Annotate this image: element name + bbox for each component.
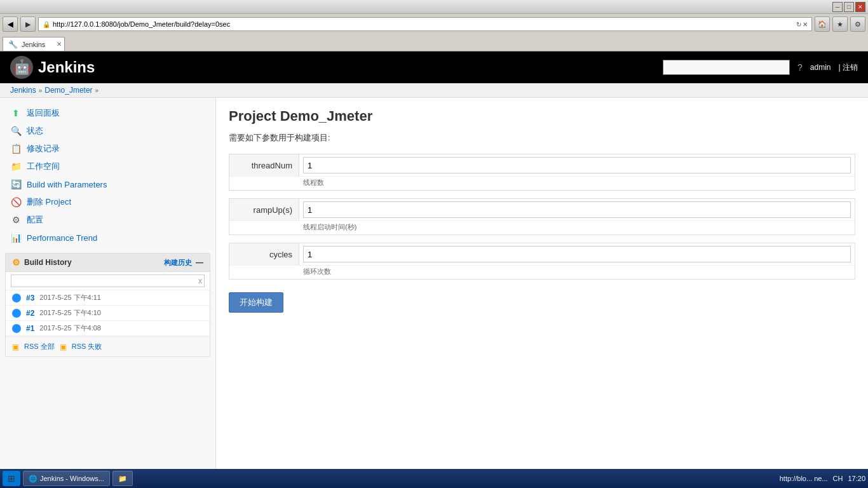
address-icon: 🔒	[43, 21, 50, 28]
taskbar: ⊞ 🌐Jenkins - Windows...📁 http://blo... n…	[0, 469, 868, 484]
param-input-wrap-cycles	[299, 243, 855, 265]
build-history-links: 构建历史 —	[164, 258, 203, 268]
configure-icon: ⚙	[10, 214, 22, 226]
performance-trend-icon: 📊	[10, 232, 22, 243]
back-to-dashboard-icon: ⬆	[10, 107, 22, 119]
back-button[interactable]: ◀	[3, 17, 18, 32]
changes-icon: 📋	[10, 143, 22, 154]
sidebar-item-workspace[interactable]: 📁 工作空间	[0, 158, 215, 175]
minimize-button[interactable]: ─	[832, 2, 843, 12]
status-icon: 🔍	[10, 125, 22, 137]
param-label-rampUpS: rampUp(s)	[229, 199, 299, 220]
build-link-build-3[interactable]: #3	[26, 294, 34, 302]
jenkins-logo-text: Jenkins	[38, 58, 95, 76]
taskbar-jenkins-label: Jenkins - Windows...	[40, 475, 104, 482]
header-user-label: admin	[810, 63, 831, 72]
favorites-button[interactable]: ★	[832, 17, 848, 32]
taskbar-folder[interactable]: 📁	[112, 471, 133, 484]
build-history-icon: ⚙	[12, 257, 20, 268]
build-filter-input[interactable]	[11, 274, 205, 287]
browser-chrome: ─ □ ✕ ◀ ▶ 🔒 http://127.0.0.1:8080/job/De…	[0, 0, 868, 51]
taskbar-jenkins-icon: 🌐	[29, 475, 37, 483]
tab-title: Jenkins	[22, 41, 45, 48]
jenkins-logo: 🤖 Jenkins	[10, 56, 95, 79]
changes-label: 修改记录	[27, 143, 60, 154]
breadcrumb-sep2: »	[95, 87, 99, 94]
breadcrumb: Jenkins » Demo_Jmeter »	[0, 83, 868, 98]
build-history-dash: —	[196, 258, 203, 267]
build-with-params-icon: 🔄	[10, 179, 22, 190]
main-layout: ⬆ 返回面板 🔍 状态 📋 修改记录 📁 工作空间 🔄 Build with P…	[0, 98, 868, 469]
param-hint-cycles: 循环次数	[229, 265, 855, 279]
refresh-button[interactable]: ↻	[796, 21, 801, 28]
browser-tab[interactable]: 🔧 Jenkins ✕	[3, 37, 65, 51]
param-hint-rampUpS: 线程启动时间(秒)	[229, 220, 855, 234]
param-input-cycles[interactable]	[303, 246, 851, 262]
taskbar-lang: CH	[833, 475, 843, 482]
build-item-build-1: #1 2017-5-25 下午4:08	[6, 321, 210, 336]
sidebar-nav: ⬆ 返回面板 🔍 状态 📋 修改记录 📁 工作空间 🔄 Build with P…	[0, 104, 215, 247]
breadcrumb-project[interactable]: Demo_Jmeter	[44, 86, 92, 95]
build-items-list: #3 2017-5-25 下午4:11 #2 2017-5-25 下午4:10 …	[6, 290, 210, 336]
header-help-icon[interactable]: ?	[797, 62, 803, 72]
sidebar-item-delete-project[interactable]: 🚫 删除 Project	[0, 193, 215, 211]
rss-all-link[interactable]: RSS 全部	[24, 342, 55, 351]
close-button[interactable]: ✕	[855, 2, 865, 12]
back-to-dashboard-label: 返回面板	[27, 107, 60, 119]
home-button[interactable]: 🏠	[815, 17, 830, 32]
build-status-icon	[12, 309, 21, 318]
build-status-icon	[12, 294, 21, 302]
start-build-button[interactable]: 开始构建	[229, 292, 283, 313]
filter-wrap: x	[11, 274, 205, 287]
forward-button[interactable]: ▶	[20, 17, 36, 32]
title-bar: ─ □ ✕	[0, 0, 868, 14]
delete-project-icon: 🚫	[10, 196, 22, 208]
build-time-build-1: 2017-5-25 下午4:08	[39, 323, 101, 333]
param-input-threadNum[interactable]	[303, 157, 851, 173]
header-search-input[interactable]	[663, 60, 790, 75]
param-label-threadNum: threadNum	[229, 154, 299, 176]
param-input-wrap-threadNum	[299, 154, 855, 176]
params-form: threadNum 线程数 rampUp(s) 线程启动时间(秒) cycles	[229, 154, 855, 280]
sidebar-item-changes[interactable]: 📋 修改记录	[0, 140, 215, 158]
status-label: 状态	[27, 125, 43, 137]
rss-fail-link[interactable]: RSS 失败	[72, 342, 102, 351]
build-with-params-label: Build with Parameters	[27, 180, 107, 189]
jenkins-header-right: ? admin | 注销	[663, 60, 858, 75]
sidebar-item-back-to-dashboard[interactable]: ⬆ 返回面板	[0, 104, 215, 122]
param-input-wrap-rampUpS	[299, 199, 855, 220]
build-status-icon	[12, 324, 21, 333]
build-time-build-3: 2017-5-25 下午4:11	[39, 293, 101, 302]
performance-trend-label: Performance Trend	[27, 233, 97, 243]
construct-history-link[interactable]: 构建历史	[164, 258, 192, 268]
taskbar-start-button[interactable]: ⊞	[3, 471, 20, 484]
build-history-title: Build History	[24, 258, 72, 267]
sidebar: ⬆ 返回面板 🔍 状态 📋 修改记录 📁 工作空间 🔄 Build with P…	[0, 98, 216, 469]
breadcrumb-jenkins[interactable]: Jenkins	[10, 86, 36, 95]
sidebar-item-status[interactable]: 🔍 状态	[0, 122, 215, 140]
param-label-cycles: cycles	[229, 243, 299, 265]
rss-bar: ▣ RSS 全部 ▣ RSS 失败	[6, 336, 210, 356]
form-description: 需要如下参数用于构建项目:	[229, 132, 855, 144]
param-input-rampUpS[interactable]	[303, 201, 851, 218]
tools-button[interactable]: ⚙	[850, 17, 865, 32]
sidebar-item-performance-trend[interactable]: 📊 Performance Trend	[0, 229, 215, 247]
sidebar-item-configure[interactable]: ⚙ 配置	[0, 211, 215, 229]
header-logout-button[interactable]: | 注销	[839, 62, 858, 73]
taskbar-jenkins[interactable]: 🌐Jenkins - Windows...	[23, 471, 110, 484]
filter-clear-button[interactable]: x	[198, 276, 202, 285]
stop-button[interactable]: ✕	[803, 21, 808, 28]
taskbar-items: 🌐Jenkins - Windows...📁	[23, 471, 133, 484]
content-area: Project Demo_Jmeter 需要如下参数用于构建项目: thread…	[216, 98, 868, 469]
tab-close-button[interactable]: ✕	[57, 41, 62, 48]
build-history-title-group: ⚙ Build History	[12, 257, 72, 268]
build-time-build-2: 2017-5-25 下午4:10	[39, 308, 101, 318]
address-bar[interactable]: 🔒 http://127.0.0.1:8080/job/Demo_Jmeter/…	[38, 17, 812, 31]
param-hint-threadNum: 线程数	[229, 176, 855, 190]
build-link-build-2[interactable]: #2	[26, 309, 34, 318]
build-history-section: ⚙ Build History 构建历史 — x #3 2017-5	[5, 253, 210, 357]
sidebar-item-build-with-params[interactable]: 🔄 Build with Parameters	[0, 175, 215, 193]
delete-project-label: 删除 Project	[27, 196, 71, 208]
maximize-button[interactable]: □	[844, 2, 854, 12]
build-link-build-1[interactable]: #1	[26, 324, 34, 333]
